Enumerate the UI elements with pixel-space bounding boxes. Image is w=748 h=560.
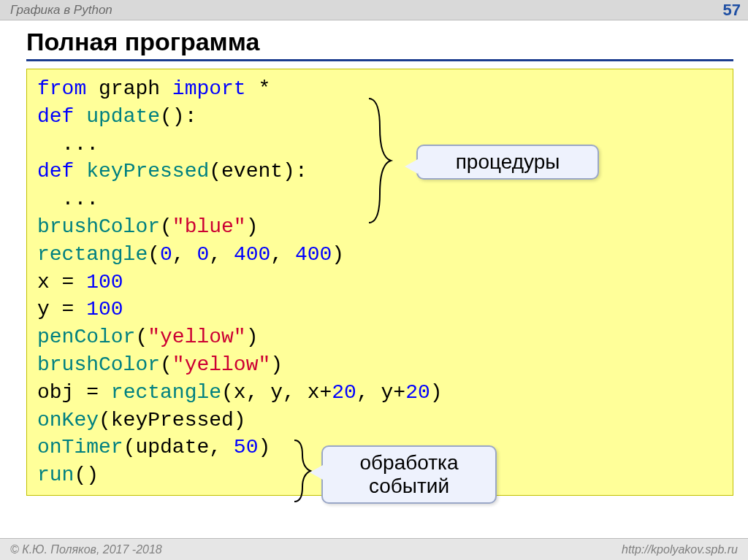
- number: 0: [196, 243, 209, 266]
- fn-name: update: [86, 105, 160, 128]
- code-text: ():: [160, 105, 196, 128]
- fn-name: rectangle: [111, 381, 221, 404]
- number: 400: [295, 243, 332, 266]
- code-text: (: [135, 326, 148, 348]
- footer-url: http://kpolyakov.spb.ru: [622, 543, 738, 556]
- fn-name: onTimer: [37, 436, 123, 459]
- code-text: ): [258, 436, 270, 459]
- kw-def: def: [37, 105, 74, 128]
- code-text: ...: [37, 133, 99, 156]
- code-text: ): [332, 243, 344, 266]
- code-text: , y+: [356, 381, 405, 404]
- callout-text: процедуры: [456, 150, 560, 173]
- number: 20: [405, 381, 430, 404]
- code-text: ,: [209, 243, 234, 266]
- number: 400: [234, 243, 270, 266]
- code-text: (event):: [209, 160, 307, 183]
- number: 20: [332, 381, 356, 404]
- string-literal: "yellow": [172, 353, 270, 376]
- callout-text: событий: [369, 475, 449, 497]
- code-text: ): [246, 215, 259, 238]
- code-block: from graph import * def update(): ... de…: [26, 69, 733, 496]
- fn-name: brushColor: [37, 353, 160, 376]
- header-title: Графика в Python: [10, 3, 112, 18]
- kw-from: from: [37, 77, 86, 100]
- slide-header: Графика в Python 57: [0, 0, 748, 20]
- slide-body: Полная программа from graph import * def…: [0, 20, 748, 496]
- code-text: (: [160, 215, 172, 238]
- fn-name: keyPressed: [86, 160, 209, 183]
- code-text: (): [74, 464, 99, 486]
- code-text: x =: [37, 271, 86, 294]
- string-literal: "yellow": [148, 326, 245, 348]
- code-text: ): [246, 326, 259, 348]
- code-text: ,: [172, 243, 197, 266]
- number: 0: [160, 243, 172, 266]
- code-text: (x, y, x+: [221, 381, 332, 404]
- fn-name: run: [37, 464, 74, 486]
- code-text: obj =: [37, 381, 111, 404]
- fn-name: penColor: [37, 326, 135, 348]
- callout-procedures: процедуры: [416, 145, 599, 180]
- kw-def: def: [37, 160, 74, 183]
- fn-name: brushColor: [37, 215, 160, 238]
- callout-events: обработка событий: [321, 445, 497, 504]
- code-text: ): [430, 381, 443, 404]
- code-text: (: [148, 243, 160, 266]
- string-literal: "blue": [172, 215, 246, 238]
- fn-name: rectangle: [37, 243, 148, 266]
- code-text: (keyPressed): [99, 409, 246, 431]
- callout-text: обработка: [359, 451, 458, 474]
- slide-title: Полная программа: [26, 28, 733, 61]
- number: 100: [86, 271, 123, 294]
- code-text: ,: [270, 243, 295, 266]
- code-text: (: [160, 353, 172, 376]
- code-text: (update,: [123, 436, 234, 459]
- number: 100: [86, 298, 123, 321]
- fn-name: onKey: [37, 409, 99, 431]
- code-text: ): [270, 353, 283, 376]
- code-text: y =: [37, 298, 86, 321]
- page-number: 57: [723, 1, 741, 20]
- code-text: graph: [99, 77, 160, 100]
- number: 50: [234, 436, 259, 459]
- code-text: *: [259, 77, 271, 100]
- footer-copyright: © К.Ю. Поляков, 2017 -2018: [10, 543, 162, 556]
- slide-footer: © К.Ю. Поляков, 2017 -2018 http://kpolya…: [0, 538, 748, 560]
- kw-import: import: [172, 77, 246, 100]
- code-text: ...: [37, 188, 99, 210]
